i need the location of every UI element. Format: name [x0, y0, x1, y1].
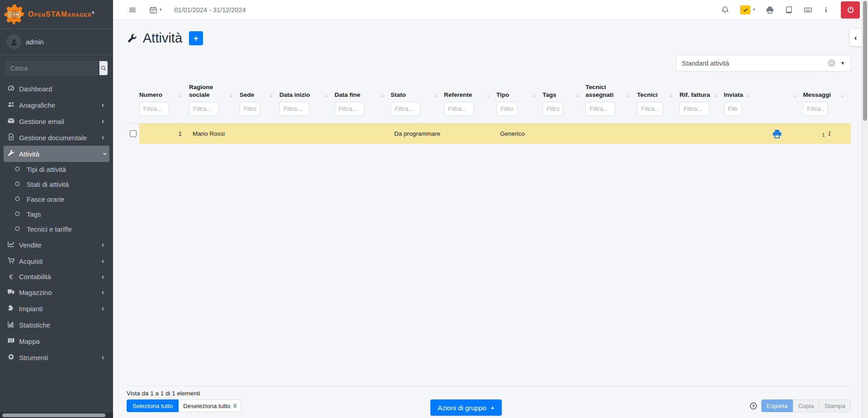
cell-referente [444, 124, 496, 144]
column-filter-input[interactable] [803, 102, 828, 116]
sidebar-item[interactable]: € Contabilità ‹ [4, 269, 109, 284]
sidebar-item[interactable]: Statistiche [4, 317, 109, 333]
sidebar-item[interactable]: Strumenti ‹ [4, 349, 109, 366]
column-label: Tags [542, 91, 557, 99]
table-footer: Vista da 1 a 1 di 1 elementi Seleziona t… [127, 386, 851, 412]
column-filter-input[interactable] [391, 102, 420, 116]
search-button[interactable] [99, 61, 108, 75]
sort-arrow-icon[interactable]: ▲ [484, 94, 492, 99]
search-input[interactable] [5, 61, 99, 75]
print-row-icon[interactable] [772, 129, 782, 139]
sidebar-item[interactable]: Gestione documentale ‹ [4, 129, 109, 146]
info-icon[interactable] [823, 6, 829, 14]
sort-arrow-icon[interactable]: ▲ [790, 94, 798, 99]
sort-arrow-icon[interactable]: ▲ [667, 94, 675, 99]
check-icon [743, 7, 748, 13]
user-panel[interactable]: admin [0, 29, 113, 55]
sort-arrow-icon[interactable]: ▲ [267, 94, 275, 99]
column-filter-input[interactable] [585, 102, 615, 116]
page-title: Attività [143, 31, 182, 46]
sidebar-subitem[interactable]: Fasce orarie [4, 192, 109, 207]
sort-arrow-icon[interactable]: ▲ [624, 94, 632, 99]
bell-icon[interactable] [721, 6, 729, 14]
column-filter-input[interactable] [444, 102, 474, 116]
add-activity-button[interactable]: + [189, 31, 203, 45]
brand[interactable]: OSM OpenSTAManager® [0, 0, 113, 29]
select-all-button[interactable]: Seleziona tutto [127, 399, 179, 412]
sort-arrow-icon[interactable]: ▲ [378, 94, 386, 99]
scrollbar-thumb[interactable] [2, 413, 105, 417]
sort-arrow-icon[interactable]: ▲ [431, 94, 439, 99]
column-filter-input[interactable] [496, 102, 517, 116]
sort-arrow-icon[interactable]: ▲ [573, 94, 581, 99]
chevron-left-icon: ‹ [100, 152, 108, 155]
cell-data-inizio [279, 124, 335, 144]
circle-icon [14, 211, 20, 217]
row-checkbox[interactable] [130, 130, 137, 137]
book-icon[interactable] [785, 6, 793, 14]
sidebar-horizontal-scrollbar[interactable] [0, 413, 113, 418]
printer-icon[interactable] [766, 6, 774, 14]
sidebar-item[interactable]: Anagrafiche ‹ [4, 97, 109, 113]
column-filter-input[interactable] [335, 102, 364, 116]
sort-arrow-icon[interactable]: ▲ [743, 94, 751, 99]
column-filter-input[interactable] [139, 102, 169, 116]
activities-table: Numero ▲ Ragione sociale ▲ Sede ▲ [113, 71, 862, 144]
table-row[interactable]: 1 Mario Rossi Da programmare Generico 1 … [127, 124, 851, 144]
sidebar-item[interactable]: Impianti ‹ [4, 300, 109, 317]
sidebar-item[interactable]: Mappa [4, 333, 109, 349]
chevron-left-icon: ‹ [102, 257, 106, 265]
sidebar-subitem[interactable]: Tipi di attività [4, 162, 109, 177]
column-filter-input[interactable] [542, 102, 563, 116]
hamburger-icon[interactable] [128, 6, 137, 14]
sidebar-subitem[interactable]: Tecnici e tariffe [4, 222, 109, 237]
sidebar-subitem[interactable]: Tags [4, 207, 109, 222]
template-filter-select[interactable]: Standard attività × ▼ [676, 55, 851, 71]
table-body: 1 Mario Rossi Da programmare Generico 1 … [127, 123, 851, 144]
column-filter-input[interactable] [637, 102, 663, 116]
collapse-panel-button[interactable]: ‹ [849, 29, 862, 46]
scrollbar-thumb[interactable] [863, 1, 867, 121]
sort-arrow-icon[interactable]: ▲ [227, 94, 235, 99]
column-filter-input[interactable] [279, 102, 309, 116]
print-button[interactable]: Stampa [819, 399, 851, 412]
sidebar-item[interactable]: Acquisti ‹ [4, 253, 109, 269]
osm-gear-logo: OSM [5, 5, 24, 24]
cell-messaggi: 1 1 [799, 124, 851, 144]
date-range[interactable]: 01/01/2024 - 31/12/2024 [175, 6, 246, 14]
sidebar-item[interactable]: Magazzino ‹ [4, 284, 109, 300]
sidebar-item[interactable]: Attività ‹ [4, 146, 109, 162]
cell-sede [240, 124, 279, 144]
sidebar-item[interactable]: Dashboard [4, 81, 109, 97]
sort-arrow-icon[interactable]: ▲ [838, 94, 846, 99]
calendar-picker[interactable]: ▾ [149, 6, 162, 14]
clear-selection-icon[interactable]: × [828, 59, 835, 67]
export-button[interactable]: Esporta [761, 399, 793, 412]
circle-icon [14, 166, 20, 172]
column-header: Rif. fattura ▲ [679, 82, 724, 116]
sort-arrow-icon[interactable]: ▲ [176, 94, 184, 99]
sort-arrow-icon[interactable]: ▲ [322, 94, 330, 99]
sidebar-subitem[interactable]: Stati di attività [4, 177, 109, 192]
sidebar-item[interactable]: Vendite ‹ [4, 237, 109, 253]
sort-arrow-icon[interactable]: ▲ [530, 94, 538, 99]
sort-arrow-icon[interactable]: ▲ [711, 94, 719, 99]
system-status-badge[interactable]: ▾ [740, 5, 755, 14]
keyboard-icon[interactable] [804, 6, 812, 14]
deselect-all-button[interactable]: Deseleziona tutto 0 [179, 399, 241, 412]
column-filter-input[interactable] [724, 102, 742, 116]
copy-button[interactable]: Copia [793, 399, 819, 412]
sidebar-item[interactable]: Gestione email ‹ [4, 113, 109, 129]
group-actions-button[interactable]: Azioni di gruppo ▲ [430, 399, 502, 416]
gear-icon [7, 353, 15, 361]
column-filter-input[interactable] [679, 102, 709, 116]
vertical-scrollbar[interactable] [862, 0, 868, 418]
column-label: Data fine [335, 91, 360, 99]
question-icon[interactable]: ? [750, 402, 757, 410]
chevron-left-icon: ‹ [102, 289, 106, 296]
column-filter-input[interactable] [240, 102, 260, 116]
logout-button[interactable] [841, 1, 860, 19]
column-header: Tecnici ▲ [637, 82, 679, 116]
main-content: ‹ Attività + Standard attività × ▼ Numer… [113, 20, 862, 418]
column-filter-input[interactable] [189, 102, 219, 116]
